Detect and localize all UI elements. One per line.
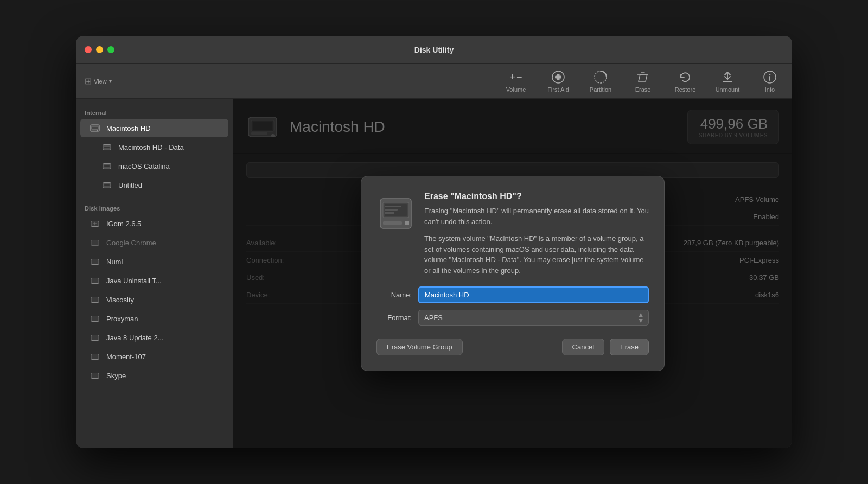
- sidebar-item-macintosh-hd[interactable]: Macintosh HD: [80, 119, 228, 137]
- dialog-title: Erase "Macintosh HD"?: [424, 192, 649, 201]
- sidebar-item-macintosh-hd-data-label: Macintosh HD - Data: [118, 143, 184, 151]
- toolbar-first-aid[interactable]: First Aid: [545, 69, 572, 93]
- svg-rect-17: [91, 259, 99, 265]
- partition-icon: [593, 69, 608, 85]
- svg-rect-21: [91, 335, 99, 341]
- svg-rect-32: [383, 221, 402, 225]
- svg-rect-12: [104, 165, 110, 167]
- dialog-disk-icon: [376, 192, 414, 235]
- window-title: Disk Utility: [414, 46, 454, 54]
- sidebar-item-macos-catalina[interactable]: macOS Catalina: [80, 157, 228, 175]
- close-button[interactable]: [85, 46, 92, 53]
- toolbar-erase[interactable]: Erase: [629, 69, 656, 93]
- sidebar-item-skype[interactable]: Skype: [80, 366, 228, 385]
- disk-img-icon-3: [89, 256, 101, 268]
- dialog-info: The system volume "Macintosh HD" is a me…: [424, 233, 649, 276]
- partition-label: Partition: [590, 86, 611, 93]
- dialog-warning: Erasing "Macintosh HD" will permanently …: [424, 206, 649, 227]
- toolbar-view[interactable]: ⊞ View ▾: [85, 76, 112, 86]
- traffic-lights: [85, 46, 114, 53]
- sidebar-item-java8-label: Java 8 Update 2...: [106, 334, 164, 342]
- sidebar-item-google-chrome[interactable]: Google Chrome: [80, 233, 228, 252]
- restore-icon: [678, 69, 693, 85]
- sidebar-item-moment[interactable]: Moment-107: [80, 347, 228, 366]
- first-aid-label: First Aid: [547, 86, 569, 93]
- sidebar-item-viscosity[interactable]: Viscosity: [80, 290, 228, 309]
- first-aid-icon: [551, 69, 566, 85]
- toolbar-group: + − Volume First Aid: [502, 69, 783, 93]
- svg-point-5: [769, 74, 770, 75]
- minimize-button[interactable]: [96, 46, 103, 53]
- sidebar-item-macintosh-hd-label: Macintosh HD: [106, 124, 151, 132]
- dialog-overlay: Erase "Macintosh HD"? Erasing "Macintosh…: [233, 99, 792, 448]
- erase-icon: [635, 69, 650, 85]
- svg-rect-18: [91, 278, 99, 284]
- cancel-button[interactable]: Cancel: [562, 339, 604, 355]
- sidebar-item-numi-label: Numi: [106, 258, 123, 266]
- disk-icon-4: [101, 179, 113, 191]
- toolbar-volume[interactable]: + − Volume: [502, 69, 529, 93]
- name-label: Name:: [376, 291, 412, 299]
- svg-rect-35: [385, 209, 398, 211]
- disk-icon-2: [101, 141, 113, 153]
- dialog-form: Name: Format: APFS Mac OS Extended (Jour…: [376, 286, 649, 326]
- unmount-label: Unmount: [716, 86, 740, 93]
- disk-icon: [89, 122, 101, 134]
- sidebar-item-igdm[interactable]: IGdm 2.6.5: [80, 214, 228, 233]
- dialog-buttons: Erase Volume Group Cancel Erase: [376, 339, 649, 355]
- sidebar-item-java-uninstall[interactable]: Java Uninstall T...: [80, 271, 228, 290]
- main: Internal Macintosh HD: [76, 99, 792, 448]
- svg-point-33: [405, 221, 409, 225]
- sidebar-item-skype-label: Skype: [106, 372, 126, 380]
- info-icon: [762, 69, 777, 85]
- sidebar: Internal Macintosh HD: [76, 99, 233, 448]
- format-select[interactable]: APFS Mac OS Extended (Journaled) Mac OS …: [418, 310, 649, 326]
- erase-button[interactable]: Erase: [610, 339, 649, 355]
- sidebar-item-macos-catalina-label: macOS Catalina: [118, 162, 170, 170]
- toolbar-partition[interactable]: Partition: [587, 69, 614, 93]
- sidebar-item-java8[interactable]: Java 8 Update 2...: [80, 328, 228, 347]
- titlebar: Disk Utility: [76, 36, 792, 64]
- svg-rect-16: [91, 240, 99, 246]
- sidebar-item-moment-label: Moment-107: [106, 353, 146, 361]
- erase-volume-group-button[interactable]: Erase Volume Group: [376, 339, 463, 355]
- disk-img-icon-8: [89, 351, 101, 362]
- sidebar-section-disk-images: Disk Images: [76, 201, 233, 214]
- svg-rect-7: [92, 126, 98, 129]
- toolbar-info[interactable]: Info: [756, 69, 783, 93]
- disk-img-icon-6: [89, 313, 101, 324]
- svg-rect-34: [385, 206, 401, 207]
- content-area: Macintosh HD 499,96 GB SHARED BY 9 VOLUM…: [233, 99, 792, 448]
- sidebar-item-proxyman-label: Proxyman: [106, 315, 138, 323]
- svg-point-8: [97, 130, 98, 131]
- name-input[interactable]: [418, 286, 649, 303]
- sidebar-item-igdm-label: IGdm 2.6.5: [106, 220, 141, 228]
- sidebar-item-untitled-label: Untitled: [118, 181, 142, 189]
- toolbar-unmount[interactable]: Unmount: [714, 69, 741, 93]
- sidebar-item-untitled[interactable]: Untitled: [80, 176, 228, 194]
- sidebar-item-proxyman[interactable]: Proxyman: [80, 309, 228, 328]
- volume-icon: + −: [508, 69, 524, 85]
- erase-group: Erase Volume Group: [376, 339, 463, 355]
- format-select-wrapper: APFS Mac OS Extended (Journaled) Mac OS …: [418, 310, 649, 326]
- disk-img-icon-4: [89, 275, 101, 286]
- erase-label: Erase: [635, 86, 651, 93]
- disk-icon-3: [101, 160, 113, 172]
- view-label: View: [94, 78, 107, 85]
- svg-rect-14: [104, 184, 110, 186]
- sidebar-item-macintosh-hd-data[interactable]: Macintosh HD - Data: [80, 138, 228, 156]
- sidebar-item-viscosity-label: Viscosity: [106, 296, 134, 304]
- svg-rect-23: [91, 373, 99, 379]
- svg-rect-10: [104, 146, 110, 148]
- sidebar-item-numi[interactable]: Numi: [80, 252, 228, 271]
- dialog-header: Erase "Macintosh HD"? Erasing "Macintosh…: [376, 192, 649, 276]
- sidebar-section-internal: Internal: [76, 105, 233, 118]
- maximize-button[interactable]: [107, 46, 114, 53]
- toolbar-restore[interactable]: Restore: [672, 69, 699, 93]
- svg-rect-19: [91, 297, 99, 303]
- disk-img-icon-5: [89, 294, 101, 305]
- form-format-row: Format: APFS Mac OS Extended (Journaled)…: [376, 310, 649, 326]
- disk-img-icon-1: [89, 218, 101, 230]
- volume-label: Volume: [506, 86, 526, 93]
- disk-img-icon-7: [89, 332, 101, 343]
